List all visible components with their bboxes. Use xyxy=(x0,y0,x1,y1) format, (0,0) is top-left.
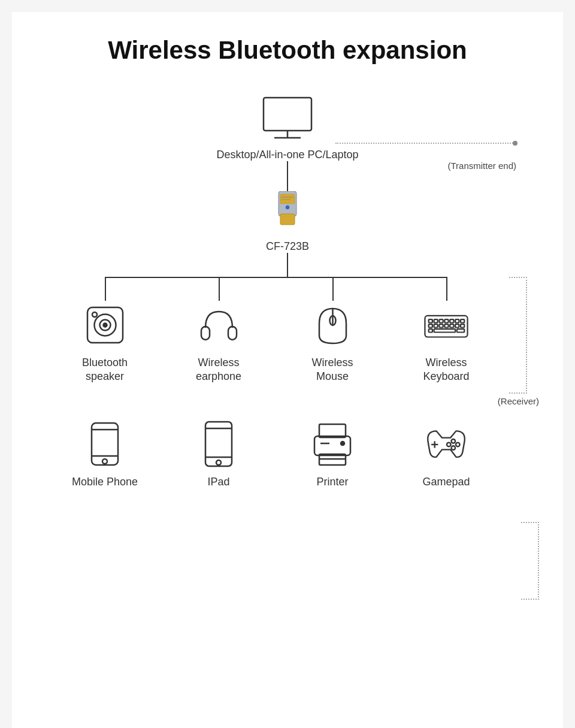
svg-point-39 xyxy=(102,459,107,464)
svg-rect-28 xyxy=(439,324,443,327)
v-drop-1 xyxy=(105,277,106,301)
usb-icon xyxy=(270,191,305,235)
h-branch-line xyxy=(105,277,446,278)
monitor-icon xyxy=(258,95,317,145)
svg-point-12 xyxy=(103,323,107,327)
keyboard-label: WirelessKeyboard xyxy=(423,356,469,384)
svg-point-43 xyxy=(216,460,221,465)
device-gamepad: Gamepad xyxy=(389,420,503,489)
svg-point-52 xyxy=(451,439,455,443)
svg-rect-25 xyxy=(461,319,464,322)
v-line-pc-usb xyxy=(287,161,288,191)
headphone-icon xyxy=(195,301,243,349)
mouse-icon xyxy=(308,301,356,349)
v-drop-4 xyxy=(446,277,447,301)
device-ipad: IPad xyxy=(162,420,276,489)
ipad-label: IPad xyxy=(207,475,229,489)
receiver-label: (Receiver) xyxy=(498,396,539,406)
svg-rect-23 xyxy=(450,319,453,322)
v-drop-3 xyxy=(332,277,334,301)
row2-bracket-bottom xyxy=(521,522,539,600)
diagram: (Transmitter end) Desktop/All-in-one PC/… xyxy=(24,95,551,489)
devices-row-2: Mobile Phone IPad xyxy=(48,384,527,489)
receiver-bracket xyxy=(509,277,527,394)
phone-label: Mobile Phone xyxy=(72,475,138,489)
svg-rect-21 xyxy=(439,319,443,322)
svg-rect-35 xyxy=(457,329,464,332)
keyboard-icon xyxy=(422,301,470,349)
svg-point-53 xyxy=(456,443,460,447)
svg-point-13 xyxy=(92,312,97,317)
svg-rect-15 xyxy=(228,327,237,340)
v-line-usb-branch xyxy=(287,253,288,277)
transmitter-label: (Transmitter end) xyxy=(448,161,516,171)
svg-rect-27 xyxy=(434,324,438,327)
svg-rect-44 xyxy=(314,436,350,455)
svg-rect-0 xyxy=(264,98,311,131)
branch-section: Bluetoothspeaker Wirelessearphone xyxy=(48,253,527,489)
svg-rect-20 xyxy=(434,319,438,322)
device-bluetooth-speaker: Bluetoothspeaker xyxy=(48,301,162,384)
svg-rect-4 xyxy=(280,214,295,225)
ipad-icon xyxy=(195,420,243,468)
v-drop-2 xyxy=(219,277,220,301)
device-wireless-earphone: Wirelessearphone xyxy=(162,301,276,384)
page: Wireless Bluetooth expansion (Transmitte… xyxy=(12,12,563,728)
printer-label: Printer xyxy=(316,475,348,489)
row2-bracket-top-line xyxy=(521,522,539,523)
svg-point-49 xyxy=(341,442,344,445)
svg-rect-24 xyxy=(455,319,459,322)
svg-rect-5 xyxy=(280,194,295,204)
gamepad-icon xyxy=(422,420,470,468)
svg-rect-22 xyxy=(444,319,448,322)
usb-node: CF-723B xyxy=(266,191,309,253)
speaker-icon xyxy=(81,301,129,349)
pc-node: Desktop/All-in-one PC/Laptop xyxy=(216,95,358,161)
device-wireless-mouse: WirelessMouse xyxy=(276,301,389,384)
svg-rect-34 xyxy=(434,329,456,332)
svg-rect-19 xyxy=(429,319,432,322)
svg-rect-26 xyxy=(429,324,432,327)
svg-point-54 xyxy=(451,446,455,451)
svg-rect-29 xyxy=(444,324,448,327)
svg-rect-30 xyxy=(450,324,453,327)
phone-icon xyxy=(81,420,129,468)
transmitter-line xyxy=(335,143,515,144)
mouse-label: WirelessMouse xyxy=(311,356,353,384)
gamepad-label: Gamepad xyxy=(422,475,470,489)
earphone-label: Wirelessearphone xyxy=(196,356,241,384)
device-mobile-phone: Mobile Phone xyxy=(48,420,162,489)
printer-icon xyxy=(308,420,356,468)
page-title: Wireless Bluetooth expansion xyxy=(24,36,551,65)
svg-point-8 xyxy=(286,206,289,209)
pc-label: Desktop/All-in-one PC/Laptop xyxy=(216,149,358,161)
device-printer: Printer xyxy=(276,420,389,489)
speaker-label: Bluetoothspeaker xyxy=(82,356,128,384)
svg-rect-33 xyxy=(429,329,432,332)
svg-rect-45 xyxy=(319,424,346,437)
usb-label: CF-723B xyxy=(266,240,309,253)
svg-rect-31 xyxy=(455,324,459,327)
svg-point-55 xyxy=(447,443,451,447)
svg-rect-32 xyxy=(461,324,464,327)
receiver-area: (Receiver) xyxy=(498,277,539,406)
svg-rect-14 xyxy=(201,327,210,340)
device-wireless-keyboard: WirelessKeyboard xyxy=(389,301,503,384)
